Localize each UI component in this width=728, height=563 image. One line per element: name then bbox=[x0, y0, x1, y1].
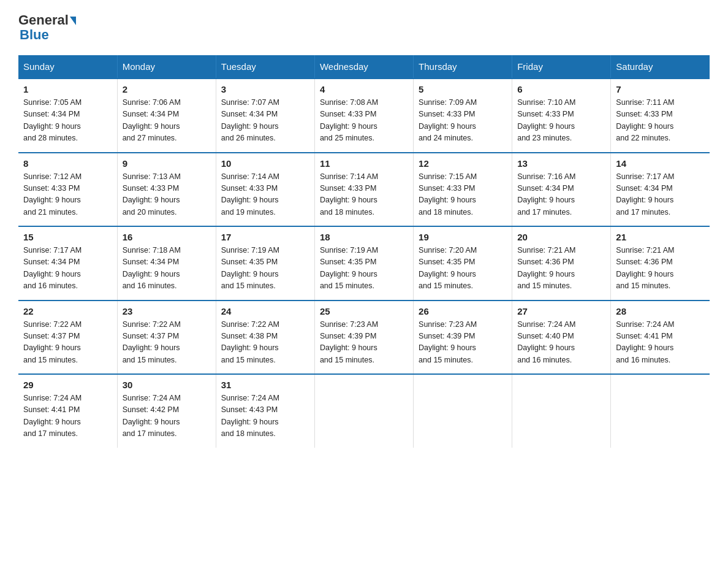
day-cell: 9Sunrise: 7:13 AM Sunset: 4:33 PM Daylig… bbox=[117, 153, 216, 227]
day-info: Sunrise: 7:13 AM Sunset: 4:33 PM Dayligh… bbox=[123, 171, 211, 219]
day-info: Sunrise: 7:12 AM Sunset: 4:33 PM Dayligh… bbox=[23, 171, 112, 219]
day-number: 19 bbox=[419, 232, 507, 242]
day-number: 6 bbox=[517, 84, 605, 94]
day-cell bbox=[512, 374, 611, 448]
day-info: Sunrise: 7:24 AM Sunset: 4:40 PM Dayligh… bbox=[517, 319, 605, 367]
day-cell: 21Sunrise: 7:21 AM Sunset: 4:36 PM Dayli… bbox=[611, 226, 710, 301]
day-number: 10 bbox=[221, 158, 309, 169]
day-number: 24 bbox=[221, 306, 309, 316]
day-number: 5 bbox=[419, 84, 507, 94]
day-number: 30 bbox=[123, 380, 211, 390]
day-cell: 14Sunrise: 7:17 AM Sunset: 4:34 PM Dayli… bbox=[611, 153, 710, 227]
day-cell: 7Sunrise: 7:11 AM Sunset: 4:33 PM Daylig… bbox=[611, 79, 710, 153]
day-cell: 30Sunrise: 7:24 AM Sunset: 4:42 PM Dayli… bbox=[117, 374, 216, 448]
day-cell: 12Sunrise: 7:15 AM Sunset: 4:33 PM Dayli… bbox=[414, 153, 512, 227]
day-number: 16 bbox=[123, 232, 211, 242]
day-info: Sunrise: 7:24 AM Sunset: 4:43 PM Dayligh… bbox=[221, 393, 309, 440]
header-wednesday: Wednesday bbox=[314, 55, 413, 79]
day-number: 11 bbox=[320, 158, 408, 169]
day-cell: 10Sunrise: 7:14 AM Sunset: 4:33 PM Dayli… bbox=[216, 153, 314, 227]
day-cell: 16Sunrise: 7:18 AM Sunset: 4:34 PM Dayli… bbox=[117, 226, 216, 301]
day-cell: 27Sunrise: 7:24 AM Sunset: 4:40 PM Dayli… bbox=[512, 301, 611, 375]
day-cell: 22Sunrise: 7:22 AM Sunset: 4:37 PM Dayli… bbox=[18, 301, 117, 375]
day-info: Sunrise: 7:22 AM Sunset: 4:37 PM Dayligh… bbox=[23, 319, 112, 367]
day-cell: 15Sunrise: 7:17 AM Sunset: 4:34 PM Dayli… bbox=[18, 226, 117, 301]
day-info: Sunrise: 7:10 AM Sunset: 4:33 PM Dayligh… bbox=[517, 97, 605, 145]
day-number: 2 bbox=[123, 84, 211, 94]
calendar-header-row: SundayMondayTuesdayWednesdayThursdayFrid… bbox=[18, 55, 710, 79]
day-number: 23 bbox=[123, 306, 211, 316]
day-cell: 13Sunrise: 7:16 AM Sunset: 4:34 PM Dayli… bbox=[512, 153, 611, 227]
day-info: Sunrise: 7:17 AM Sunset: 4:34 PM Dayligh… bbox=[23, 245, 112, 293]
logo-arrow-icon bbox=[70, 17, 76, 25]
calendar-table: SundayMondayTuesdayWednesdayThursdayFrid… bbox=[18, 55, 710, 448]
day-number: 21 bbox=[616, 232, 705, 242]
day-cell: 6Sunrise: 7:10 AM Sunset: 4:33 PM Daylig… bbox=[512, 79, 611, 153]
day-info: Sunrise: 7:24 AM Sunset: 4:41 PM Dayligh… bbox=[23, 393, 112, 440]
day-cell bbox=[314, 374, 413, 448]
day-cell: 23Sunrise: 7:22 AM Sunset: 4:37 PM Dayli… bbox=[117, 301, 216, 375]
day-number: 3 bbox=[221, 84, 309, 94]
day-info: Sunrise: 7:05 AM Sunset: 4:34 PM Dayligh… bbox=[23, 97, 112, 145]
day-number: 20 bbox=[517, 232, 605, 242]
day-number: 13 bbox=[517, 158, 605, 169]
day-cell: 26Sunrise: 7:23 AM Sunset: 4:39 PM Dayli… bbox=[414, 301, 512, 375]
day-cell: 11Sunrise: 7:14 AM Sunset: 4:33 PM Dayli… bbox=[314, 153, 413, 227]
day-info: Sunrise: 7:14 AM Sunset: 4:33 PM Dayligh… bbox=[320, 171, 408, 219]
day-cell: 24Sunrise: 7:22 AM Sunset: 4:38 PM Dayli… bbox=[216, 301, 314, 375]
day-cell bbox=[611, 374, 710, 448]
day-cell: 18Sunrise: 7:19 AM Sunset: 4:35 PM Dayli… bbox=[314, 226, 413, 301]
day-number: 4 bbox=[320, 84, 408, 94]
day-number: 9 bbox=[123, 158, 211, 169]
day-number: 17 bbox=[221, 232, 309, 242]
day-cell: 20Sunrise: 7:21 AM Sunset: 4:36 PM Dayli… bbox=[512, 226, 611, 301]
week-row-4: 22Sunrise: 7:22 AM Sunset: 4:37 PM Dayli… bbox=[18, 301, 710, 375]
day-info: Sunrise: 7:22 AM Sunset: 4:37 PM Dayligh… bbox=[123, 319, 211, 367]
day-cell: 3Sunrise: 7:07 AM Sunset: 4:34 PM Daylig… bbox=[216, 79, 314, 153]
day-number: 28 bbox=[616, 306, 705, 316]
logo: General Blue bbox=[18, 12, 76, 43]
day-cell: 19Sunrise: 7:20 AM Sunset: 4:35 PM Dayli… bbox=[414, 226, 512, 301]
day-info: Sunrise: 7:07 AM Sunset: 4:34 PM Dayligh… bbox=[221, 97, 309, 145]
day-number: 26 bbox=[419, 306, 507, 316]
day-number: 25 bbox=[320, 306, 408, 316]
day-info: Sunrise: 7:18 AM Sunset: 4:34 PM Dayligh… bbox=[123, 245, 211, 293]
logo-general-text: General bbox=[18, 12, 69, 28]
header-saturday: Saturday bbox=[611, 55, 710, 79]
day-number: 14 bbox=[616, 158, 705, 169]
day-cell: 5Sunrise: 7:09 AM Sunset: 4:33 PM Daylig… bbox=[414, 79, 512, 153]
header-friday: Friday bbox=[512, 55, 611, 79]
day-number: 31 bbox=[221, 380, 309, 390]
day-info: Sunrise: 7:14 AM Sunset: 4:33 PM Dayligh… bbox=[221, 171, 309, 219]
day-cell: 25Sunrise: 7:23 AM Sunset: 4:39 PM Dayli… bbox=[314, 301, 413, 375]
day-cell: 1Sunrise: 7:05 AM Sunset: 4:34 PM Daylig… bbox=[18, 79, 117, 153]
header-sunday: Sunday bbox=[18, 55, 117, 79]
day-info: Sunrise: 7:09 AM Sunset: 4:33 PM Dayligh… bbox=[419, 97, 507, 145]
header-tuesday: Tuesday bbox=[216, 55, 314, 79]
day-cell bbox=[414, 374, 512, 448]
week-row-5: 29Sunrise: 7:24 AM Sunset: 4:41 PM Dayli… bbox=[18, 374, 710, 448]
page-header: General Blue bbox=[18, 12, 710, 43]
day-cell: 31Sunrise: 7:24 AM Sunset: 4:43 PM Dayli… bbox=[216, 374, 314, 448]
day-info: Sunrise: 7:21 AM Sunset: 4:36 PM Dayligh… bbox=[517, 245, 605, 293]
day-info: Sunrise: 7:21 AM Sunset: 4:36 PM Dayligh… bbox=[616, 245, 705, 293]
day-info: Sunrise: 7:20 AM Sunset: 4:35 PM Dayligh… bbox=[419, 245, 507, 293]
day-number: 8 bbox=[23, 158, 112, 169]
day-info: Sunrise: 7:08 AM Sunset: 4:33 PM Dayligh… bbox=[320, 97, 408, 145]
day-info: Sunrise: 7:15 AM Sunset: 4:33 PM Dayligh… bbox=[419, 171, 507, 219]
week-row-1: 1Sunrise: 7:05 AM Sunset: 4:34 PM Daylig… bbox=[18, 79, 710, 153]
day-info: Sunrise: 7:17 AM Sunset: 4:34 PM Dayligh… bbox=[616, 171, 705, 219]
day-info: Sunrise: 7:23 AM Sunset: 4:39 PM Dayligh… bbox=[320, 319, 408, 367]
day-cell: 17Sunrise: 7:19 AM Sunset: 4:35 PM Dayli… bbox=[216, 226, 314, 301]
week-row-3: 15Sunrise: 7:17 AM Sunset: 4:34 PM Dayli… bbox=[18, 226, 710, 301]
day-info: Sunrise: 7:22 AM Sunset: 4:38 PM Dayligh… bbox=[221, 319, 309, 367]
logo-blue-text: Blue bbox=[18, 27, 49, 43]
header-thursday: Thursday bbox=[414, 55, 512, 79]
day-number: 18 bbox=[320, 232, 408, 242]
day-cell: 29Sunrise: 7:24 AM Sunset: 4:41 PM Dayli… bbox=[18, 374, 117, 448]
day-info: Sunrise: 7:06 AM Sunset: 4:34 PM Dayligh… bbox=[123, 97, 211, 145]
day-info: Sunrise: 7:19 AM Sunset: 4:35 PM Dayligh… bbox=[221, 245, 309, 293]
day-number: 29 bbox=[23, 380, 112, 390]
day-cell: 2Sunrise: 7:06 AM Sunset: 4:34 PM Daylig… bbox=[117, 79, 216, 153]
day-info: Sunrise: 7:23 AM Sunset: 4:39 PM Dayligh… bbox=[419, 319, 507, 367]
